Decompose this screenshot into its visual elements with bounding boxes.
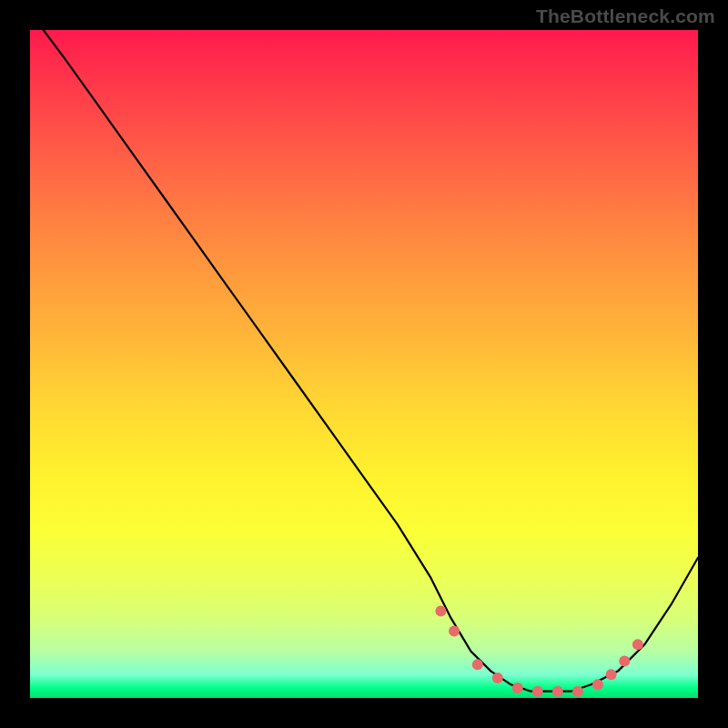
bottleneck-curve (44, 30, 698, 692)
marker-dot (592, 679, 603, 690)
marker-dot (512, 682, 523, 693)
marker-dot (472, 659, 483, 670)
plot-area (30, 30, 698, 698)
watermark-text: TheBottleneck.com (536, 5, 715, 27)
curve-line (44, 30, 698, 692)
marker-dot (572, 686, 583, 697)
marker-dot (532, 686, 543, 697)
chart-frame: TheBottleneck.com (0, 0, 728, 728)
chart-svg (30, 30, 698, 698)
marker-dot (632, 639, 643, 650)
marker-dot (606, 669, 617, 680)
marker-dot (492, 672, 503, 683)
marker-dot (449, 626, 460, 637)
marker-dot (435, 606, 446, 617)
curve-markers (435, 606, 643, 697)
marker-dot (619, 656, 630, 667)
marker-dot (552, 686, 563, 697)
